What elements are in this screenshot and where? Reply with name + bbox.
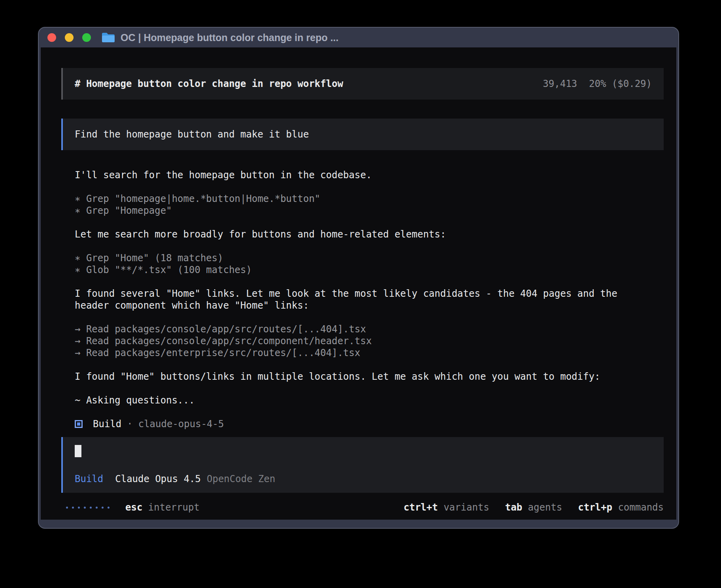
tool-call-grep: ∗ Grep "Home" (18 matches) bbox=[75, 252, 664, 264]
tool-call-glob: ∗ Glob "**/*.tsx" (100 matches) bbox=[75, 264, 664, 276]
status-bar: esc interrupt ctrl+t variants tab agents… bbox=[61, 501, 664, 513]
hint-label: agents bbox=[528, 502, 562, 513]
user-message-text: Find the homepage button and make it blu… bbox=[75, 129, 309, 140]
agent-model: claude-opus-4-5 bbox=[138, 418, 224, 430]
hint-key: tab bbox=[505, 502, 522, 513]
hint-key: esc bbox=[125, 502, 142, 513]
hint-commands: ctrl+p commands bbox=[578, 501, 664, 513]
prompt-input[interactable]: Build Claude Opus 4.5 OpenCode Zen bbox=[61, 437, 664, 493]
tool-call-group: → Read packages/console/app/src/routes/[… bbox=[75, 323, 664, 359]
context-cost: 20% ($0.29) bbox=[589, 78, 652, 90]
minimize-window-button[interactable] bbox=[65, 33, 74, 42]
model-row: Build Claude Opus 4.5 OpenCode Zen bbox=[75, 473, 652, 485]
tool-call-read: → Read packages/console/app/src/componen… bbox=[75, 335, 664, 347]
close-window-button[interactable] bbox=[47, 33, 56, 42]
text-cursor bbox=[75, 445, 81, 457]
model-name[interactable]: Claude Opus 4.5 bbox=[115, 473, 201, 485]
hint-label: interrupt bbox=[148, 502, 200, 513]
mode-label[interactable]: Build bbox=[75, 473, 103, 485]
user-message: Find the homepage button and make it blu… bbox=[61, 119, 664, 150]
terminal-content: # Homepage button color change in repo w… bbox=[41, 47, 676, 520]
tool-call-grep: ∗ Grep "Homepage" bbox=[75, 205, 664, 217]
terminal-window: OC | Homepage button color change in rep… bbox=[38, 27, 679, 529]
tool-call-grep: ∗ Grep "homepage|home.*button|Home.*butt… bbox=[75, 193, 664, 205]
agent-name: Build bbox=[93, 418, 121, 430]
assistant-text: Let me search more broadly for buttons a… bbox=[75, 228, 664, 240]
tool-call-group: ∗ Grep "Home" (18 matches) ∗ Glob "**/*.… bbox=[75, 252, 664, 276]
assistant-conversation: I'll search for the homepage button in t… bbox=[75, 169, 664, 430]
tool-call-group: ∗ Grep "homepage|home.*button|Home.*butt… bbox=[75, 193, 664, 217]
hint-key: ctrl+t bbox=[404, 502, 438, 513]
assistant-text: I'll search for the homepage button in t… bbox=[75, 169, 664, 181]
hint-key: ctrl+p bbox=[578, 502, 612, 513]
agent-status-row: Build · claude-opus-4-5 bbox=[75, 418, 664, 430]
session-header: # Homepage button color change in repo w… bbox=[61, 68, 664, 100]
hint-agents: tab agents bbox=[505, 501, 562, 513]
window-title: OC | Homepage button color change in rep… bbox=[121, 32, 338, 43]
tool-call-read: → Read packages/console/app/src/routes/[… bbox=[75, 323, 664, 335]
agent-build-icon bbox=[75, 420, 83, 428]
maximize-window-button[interactable] bbox=[82, 33, 91, 42]
hint-label: commands bbox=[618, 502, 664, 513]
keyboard-hints: ctrl+t variants tab agents ctrl+p comman… bbox=[404, 501, 664, 513]
assistant-text: I found "Home" buttons/links in multiple… bbox=[75, 371, 664, 383]
hint-variants: ctrl+t variants bbox=[404, 501, 489, 513]
session-title: # Homepage button color change in repo w… bbox=[75, 78, 343, 90]
traffic-lights bbox=[47, 33, 91, 42]
tool-call-read: → Read packages/enterprise/src/routes/[.… bbox=[75, 347, 664, 359]
spinner-dots bbox=[66, 507, 109, 509]
agent-separator: · bbox=[127, 418, 132, 430]
hint-interrupt: esc interrupt bbox=[125, 501, 200, 513]
assistant-text: I found several "Home" links. Let me loo… bbox=[75, 288, 664, 311]
folder-icon bbox=[101, 32, 115, 43]
assistant-status: ~ Asking questions... bbox=[75, 394, 664, 406]
token-count: 39,413 bbox=[543, 78, 577, 90]
provider-name: OpenCode Zen bbox=[207, 473, 275, 485]
session-stats: 39,413 20% ($0.29) bbox=[543, 78, 652, 90]
titlebar[interactable]: OC | Homepage button color change in rep… bbox=[39, 28, 678, 47]
hint-label: variants bbox=[444, 502, 489, 513]
